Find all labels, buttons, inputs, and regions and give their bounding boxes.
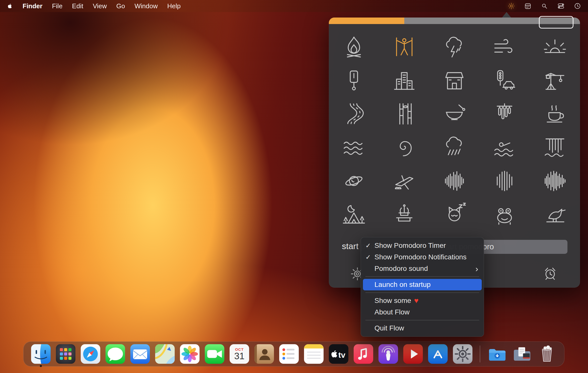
menu-separator: [365, 276, 479, 277]
sound-wind[interactable]: [491, 33, 519, 61]
sound-coffee[interactable]: [541, 100, 569, 128]
menu-item-show-pomodoro-timer[interactable]: ✓Show Pomodoro Timer: [363, 240, 482, 251]
dock-photos[interactable]: [180, 344, 200, 364]
dock-calendar[interactable]: OCT31: [230, 344, 249, 364]
sound-waterfall[interactable]: [541, 133, 569, 161]
sound-wind-chimes[interactable]: [491, 100, 519, 128]
menu-view[interactable]: View: [93, 2, 107, 10]
checkmark-icon: ✓: [365, 242, 374, 250]
alarm-clock-icon[interactable]: [542, 265, 558, 281]
apple-menu[interactable]: [7, 3, 13, 9]
dock-apple-tv[interactable]: tv: [329, 344, 348, 364]
background-window-outline: [539, 16, 573, 29]
sound-thunderstorm[interactable]: [440, 33, 468, 61]
heart-icon: ♥: [414, 296, 419, 305]
sound-singing-bowl[interactable]: [440, 100, 468, 128]
dock-launchpad[interactable]: [56, 344, 75, 364]
sound-pink-noise[interactable]: [541, 167, 569, 195]
sound-park[interactable]: [390, 201, 418, 229]
sound-grid: [329, 30, 580, 231]
dock-mail[interactable]: [130, 344, 150, 364]
menu-item-label: Show Pomodoro Notifications: [374, 253, 466, 261]
menu-window[interactable]: Window: [135, 2, 158, 10]
menu-separator: [365, 320, 479, 320]
menu-bar-menus: FileEditViewGoWindowHelp: [52, 2, 180, 10]
menu-item-label: Pomodoro sound: [374, 265, 428, 273]
sound-cafe[interactable]: [440, 66, 468, 94]
dock-notes[interactable]: [304, 344, 324, 364]
sound-traffic[interactable]: [491, 66, 519, 94]
running-indicator: [40, 365, 42, 367]
dock-trash[interactable]: [537, 344, 557, 364]
dock-finder[interactable]: [31, 344, 51, 364]
menu-separator: [365, 292, 479, 293]
menu-item-label: Quit Flow: [374, 324, 404, 332]
sound-campfire[interactable]: [340, 33, 368, 61]
sound-waves[interactable]: [340, 133, 368, 161]
active-app-menu[interactable]: Finder: [23, 2, 42, 10]
dock-system-settings[interactable]: [453, 344, 472, 364]
popover-arrow: [502, 12, 511, 18]
pomodoro-progress-fill: [329, 18, 404, 24]
menu-item-label: Show some: [374, 297, 411, 305]
sound-space[interactable]: [340, 167, 368, 195]
calendar-day: 31: [234, 351, 244, 361]
flow-context-menu: ✓Show Pomodoro Timer✓Show Pomodoro Notif…: [361, 237, 484, 337]
menu-file[interactable]: File: [52, 2, 62, 10]
menu-bar-status-icons: [507, 2, 581, 10]
sound-rain[interactable]: [440, 133, 468, 161]
menu-item-about-flow[interactable]: About Flow: [363, 306, 482, 318]
calendar-icon[interactable]: [524, 2, 532, 10]
dock-downloads[interactable]: [487, 344, 507, 364]
dock-app-store[interactable]: [428, 344, 448, 364]
dock-safari[interactable]: [81, 344, 100, 364]
sound-camping[interactable]: [340, 201, 368, 229]
sound-sunrise[interactable]: [541, 33, 569, 61]
menu-edit[interactable]: Edit: [72, 2, 83, 10]
dock-contacts[interactable]: [254, 344, 274, 364]
menu-item-show-pomodoro-notifications[interactable]: ✓Show Pomodoro Notifications: [363, 251, 482, 263]
sound-construction[interactable]: [541, 66, 569, 94]
control-center-icon[interactable]: [557, 2, 565, 10]
dock-messages[interactable]: [106, 344, 125, 364]
sound-vortex[interactable]: [390, 133, 418, 161]
sound-pendulum[interactable]: [340, 66, 368, 94]
dock-music[interactable]: [354, 344, 373, 364]
menu-go[interactable]: Go: [116, 2, 125, 10]
menu-item-label: Show Pomodoro Timer: [374, 242, 446, 250]
checkmark-icon: ✓: [365, 253, 374, 261]
menu-item-quit-flow[interactable]: Quit Flow: [363, 322, 482, 334]
dock-reminders[interactable]: [279, 344, 299, 364]
dock: OCT31tv: [23, 341, 564, 366]
sound-road[interactable]: [340, 100, 368, 128]
sound-brown-noise[interactable]: [491, 167, 519, 195]
dock-maps[interactable]: [155, 344, 175, 364]
menu-item-show-some[interactable]: Show some♥: [363, 295, 482, 306]
sound-stretching[interactable]: [390, 33, 418, 61]
dock-red-media-app[interactable]: [403, 344, 423, 364]
sound-swimming[interactable]: [491, 133, 519, 161]
spotlight-icon[interactable]: [540, 2, 548, 10]
submenu-chevron-icon: ›: [475, 264, 479, 273]
menu-item-label: About Flow: [374, 308, 410, 316]
sound-city[interactable]: [390, 66, 418, 94]
menu-bar-left: Finder FileEditViewGoWindowHelp: [7, 2, 181, 10]
dock-divider: [480, 345, 480, 362]
sound-cat[interactable]: [440, 201, 468, 229]
dock-facetime[interactable]: [205, 344, 224, 364]
sound-bamboo[interactable]: [390, 100, 418, 128]
svg-text:tv: tv: [338, 350, 346, 359]
sound-birds[interactable]: [541, 201, 569, 229]
flow-menu-bar-icon[interactable]: [507, 2, 515, 10]
dock-documents-stack[interactable]: [512, 344, 532, 364]
sound-frog[interactable]: [491, 201, 519, 229]
dock-podcasts[interactable]: [378, 344, 398, 364]
menu-bar: Finder FileEditViewGoWindowHelp: [0, 0, 588, 12]
menu-item-pomodoro-sound[interactable]: Pomodoro sound›: [363, 263, 482, 274]
menu-item-label: Launch on startup: [374, 281, 431, 289]
sound-airplane[interactable]: [390, 167, 418, 195]
clock-icon[interactable]: [573, 2, 581, 10]
sound-white-noise[interactable]: [440, 167, 468, 195]
menu-item-launch-on-startup[interactable]: Launch on startup: [363, 279, 482, 290]
menu-help[interactable]: Help: [167, 2, 180, 10]
